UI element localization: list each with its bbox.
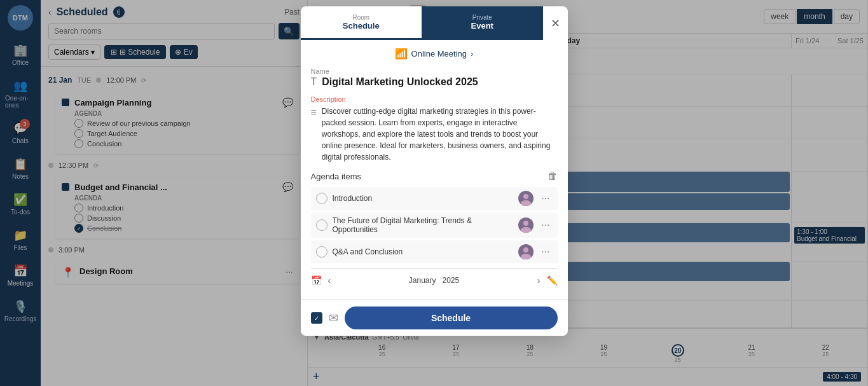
date-prev-button[interactable]: ‹ <box>324 274 335 287</box>
svg-point-4 <box>523 247 528 252</box>
agenda-list: Introduction ··· The Future of Digital M… <box>311 187 558 263</box>
calendar-icon: 📅 <box>311 275 322 286</box>
description-field-group: Description ≡ Discover cutting-edge digi… <box>311 95 558 163</box>
date-next-button[interactable]: › <box>534 274 544 287</box>
avatar <box>518 244 534 259</box>
name-field-group: Name T Digital Marketing Unlocked 2025 <box>311 67 558 88</box>
svg-point-2 <box>523 221 528 226</box>
agenda-header: Agenda items 🗑 <box>311 170 558 182</box>
online-meeting-label: Online Meeting <box>411 49 467 59</box>
svg-point-0 <box>523 194 528 199</box>
align-icon: ≡ <box>311 107 317 163</box>
agenda-item-row: The Future of Digital Marketing: Trends … <box>311 212 558 238</box>
agenda-circle <box>316 246 327 258</box>
agenda-clear-button[interactable]: 🗑 <box>548 170 558 182</box>
year-display: 2025 <box>443 276 460 285</box>
event-modal: Room Schedule Private Event ✕ 📶 Online M… <box>301 6 568 336</box>
description-text: Discover cutting-edge digital marketing … <box>322 106 558 163</box>
avatar <box>518 191 534 206</box>
modal-body: 📶 Online Meeting › Name T Digital Market… <box>301 40 568 300</box>
chevron-right-icon: › <box>471 49 473 59</box>
agenda-circle <box>316 219 327 231</box>
svg-point-1 <box>521 200 531 206</box>
agenda-more-button[interactable]: ··· <box>539 193 552 204</box>
agenda-item-row: Introduction ··· <box>311 187 558 210</box>
agenda-item-row: Q&A and Conclusion ··· <box>311 240 558 263</box>
online-meeting-row[interactable]: 📶 Online Meeting › <box>311 48 558 60</box>
agenda-more-button[interactable]: ··· <box>539 246 552 258</box>
event-name-value: Digital Marketing Unlocked 2025 <box>322 76 478 88</box>
modal-footer: ✓ ✉ Schedule <box>301 300 568 336</box>
footer-checkbox[interactable]: ✓ <box>311 312 322 324</box>
schedule-submit-button[interactable]: Schedule <box>345 307 558 329</box>
agenda-circle <box>316 193 327 204</box>
avatar <box>518 217 534 233</box>
modal-tabs: Room Schedule Private Event ✕ <box>301 6 568 40</box>
text-field-icon: T <box>311 76 317 88</box>
agenda-more-button[interactable]: ··· <box>539 219 552 231</box>
modal-close-button[interactable]: ✕ <box>543 11 568 36</box>
tab-room-schedule[interactable]: Room Schedule <box>301 6 422 40</box>
svg-point-3 <box>521 227 531 233</box>
modal-overlay: Room Schedule Private Event ✕ 📶 Online M… <box>41 0 868 386</box>
date-nav-row: 📅 ‹ January 2025 › ✏️ <box>311 268 558 292</box>
wifi-icon: 📶 <box>395 48 408 60</box>
footer-mail-icon[interactable]: ✉ <box>329 311 338 325</box>
svg-point-5 <box>521 254 531 259</box>
tab-private-event[interactable]: Private Event <box>422 6 543 40</box>
edit-icon[interactable]: ✏️ <box>547 275 558 286</box>
date-display: January 2025 <box>337 276 531 285</box>
